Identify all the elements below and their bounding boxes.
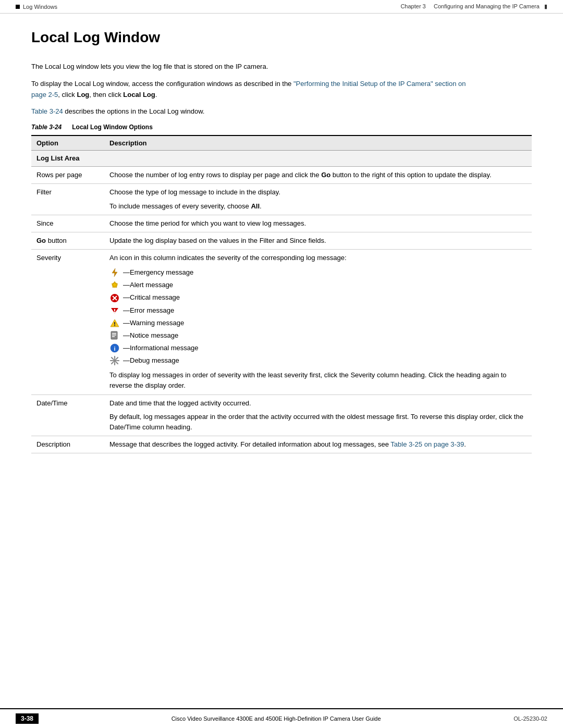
svg-line-24 — [116, 362, 118, 364]
critical-label: —Critical message — [123, 292, 180, 303]
table-row: Since Choose the time period for which y… — [31, 215, 532, 232]
table-row: Severity An icon in this column indicate… — [31, 250, 532, 395]
table-label: Local Log Window Options — [72, 124, 153, 131]
header-chapter: Chapter 3 — [400, 3, 425, 9]
list-item: —Critical message — [109, 292, 527, 303]
table-header-row: Option Description — [31, 135, 532, 151]
intro-paragraph-1: The Local Log window lets you view the l… — [31, 61, 480, 72]
desc-go-button: Update the log display based on the valu… — [104, 232, 532, 249]
list-item: —Warning message — [109, 318, 527, 328]
intro-text-1: The Local Log window lets you view the l… — [31, 63, 268, 70]
top-header: Log Windows Chapter 3 Configuring and Ma… — [0, 0, 563, 14]
table-row: Description Message that describes the l… — [31, 436, 532, 453]
page-title: Local Log Window — [31, 29, 532, 49]
svg-rect-11 — [114, 325, 115, 326]
svg-point-18 — [113, 359, 116, 362]
error-label: —Error message — [123, 305, 174, 316]
intro-text-2a: To display the Local Log window, access … — [31, 80, 293, 88]
header-left: Log Windows — [16, 4, 57, 10]
log-bold: Log — [77, 91, 89, 98]
list-item: i —Informational message — [109, 343, 527, 353]
svg-line-23 — [112, 357, 113, 359]
options-table: Option Description Log List Area Rows pe… — [31, 135, 532, 453]
option-datetime: Date/Time — [31, 394, 104, 436]
list-item: —Emergency message — [109, 267, 527, 278]
svg-rect-13 — [112, 333, 116, 334]
header-chapter-title: Configuring and Managing the IP Camera — [434, 3, 540, 9]
list-item: —Notice message — [109, 330, 527, 341]
go-button-bold: Go — [36, 237, 46, 244]
header-right: Chapter 3 Configuring and Managing the I… — [400, 3, 547, 10]
desc-description: Message that describes the logged activi… — [104, 436, 532, 453]
notice-icon — [109, 330, 120, 341]
local-log-bold: Local Log — [123, 91, 155, 98]
warning-label: —Warning message — [123, 318, 184, 328]
svg-line-25 — [116, 357, 118, 359]
svg-marker-0 — [112, 268, 117, 277]
alert-icon — [109, 280, 120, 290]
option-rows-per-page: Rows per page — [31, 167, 104, 184]
intro-paragraph-2: To display the Local Log window, access … — [31, 79, 480, 101]
critical-icon — [109, 293, 120, 303]
option-description: Description — [31, 436, 104, 453]
option-go-button: Go button — [31, 232, 104, 249]
intro-text-3: describes the options in the Local Log w… — [63, 107, 205, 115]
svg-rect-14 — [112, 335, 116, 336]
svg-rect-8 — [114, 312, 115, 313]
emergency-label: —Emergency message — [123, 267, 193, 278]
informational-icon: i — [109, 343, 120, 353]
list-item: —Alert message — [109, 280, 527, 290]
table-row: Go button Update the log display based o… — [31, 232, 532, 249]
section-header-cell: Log List Area — [31, 151, 532, 167]
header-square-icon — [16, 5, 20, 9]
desc-since: Choose the time period for which you wan… — [104, 215, 532, 232]
error-icon — [109, 305, 120, 316]
desc-datetime: Date and time that the logged activity o… — [104, 394, 532, 436]
severity-desc-after: To display log messages in order of seve… — [109, 370, 527, 391]
debug-icon — [109, 355, 120, 366]
svg-rect-10 — [114, 322, 115, 325]
option-severity: Severity — [31, 250, 104, 395]
go-bold: Go — [321, 171, 331, 179]
option-filter: Filter — [31, 184, 104, 215]
table-ref-link[interactable]: Table 3-24 — [31, 107, 63, 115]
all-bold: All — [251, 202, 260, 210]
svg-line-26 — [112, 362, 113, 364]
list-item: —Error message — [109, 305, 527, 316]
severity-list: —Emergency message —Alert message — [109, 267, 527, 366]
alert-label: —Alert message — [123, 280, 173, 290]
list-item: —Debug message — [109, 355, 527, 366]
section-header-row: Log List Area — [31, 151, 532, 167]
table-number: Table 3-24 — [31, 124, 62, 131]
notice-label: —Notice message — [123, 330, 178, 341]
svg-rect-15 — [112, 336, 115, 337]
intro-text-2b: , click Log, then click Local Log. — [58, 91, 157, 98]
debug-label: —Debug message — [123, 355, 179, 366]
footer-doc-number: OL-25230-02 — [513, 715, 547, 722]
svg-text:i: i — [114, 346, 115, 352]
svg-rect-7 — [114, 309, 115, 311]
desc-severity: An icon in this column indicates the sev… — [104, 250, 532, 395]
table-row: Date/Time Date and time that the logged … — [31, 394, 532, 436]
footer-page-number: 3-38 — [16, 713, 39, 724]
desc-rows-per-page: Choose the number of log entry rows to d… — [104, 167, 532, 184]
option-since: Since — [31, 215, 104, 232]
emergency-icon — [109, 267, 120, 278]
informational-label: —Informational message — [123, 343, 199, 353]
footer-center-text: Cisco Video Surveillance 4300E and 4500E… — [172, 715, 381, 722]
table-25-link[interactable]: Table 3-25 on page 3-39 — [390, 440, 464, 448]
intro-paragraph-3: Table 3-24 describes the options in the … — [31, 106, 480, 117]
desc-filter: Choose the type of log message to includ… — [104, 184, 532, 215]
table-row: Rows per page Choose the number of log e… — [31, 167, 532, 184]
table-title: Table 3-24 Local Log Window Options — [31, 124, 532, 131]
table-row: Filter Choose the type of log message to… — [31, 184, 532, 215]
header-left-label: Log Windows — [23, 4, 57, 10]
col-header-option: Option — [31, 135, 104, 151]
main-content: Local Log Window The Local Log window le… — [0, 14, 563, 497]
page-footer: 3-38 Cisco Video Surveillance 4300E and … — [0, 708, 563, 728]
col-header-description: Description — [104, 135, 532, 151]
warning-icon — [109, 318, 120, 328]
